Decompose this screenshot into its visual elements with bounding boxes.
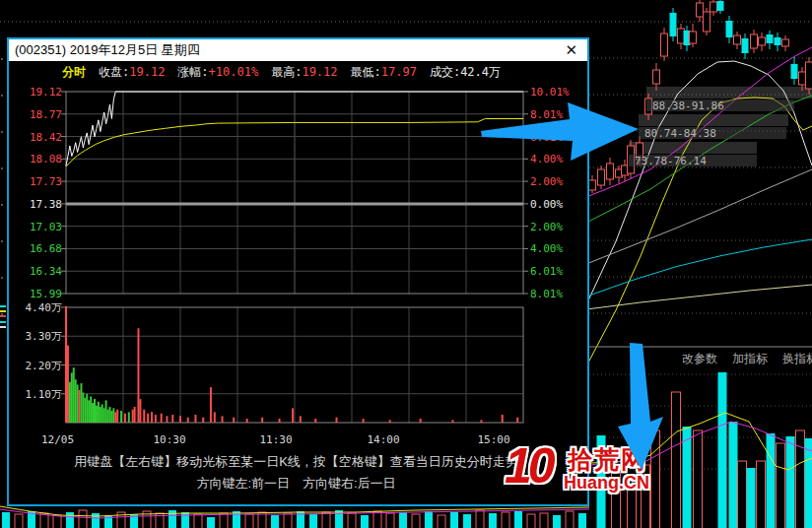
strip-volume-bar — [53, 515, 61, 528]
popup-body: 分时 收盘:19.12涨幅:+10.01%最高:19.12最低:17.97成交:… — [9, 61, 583, 500]
bg-volume-bar — [796, 430, 805, 528]
bg-volume-bar — [757, 461, 766, 528]
strip-volume-bar — [553, 515, 561, 528]
vol-axis-label: 2.20万 — [26, 360, 63, 372]
strip-volume-bar — [514, 511, 522, 528]
price-axis-label: 16.34 — [30, 265, 62, 278]
bg-volume-bar — [694, 430, 703, 528]
left-edge-mark — [0, 326, 6, 328]
candle-body — [751, 34, 758, 48]
price-axis-label: 17.38 — [30, 198, 62, 211]
price-axis-label: 17.03 — [30, 221, 62, 233]
candle-body — [678, 29, 685, 43]
close-icon[interactable]: ✕ — [565, 39, 577, 61]
vol-axis-label: 1.10万 — [26, 388, 63, 401]
strip-volume-bar — [348, 513, 356, 528]
toolbar-item[interactable]: 加指标 — [732, 351, 768, 367]
ma-line — [586, 285, 812, 309]
candle-body — [799, 72, 806, 85]
gap-zone-label: 73.78-76.14 — [635, 155, 707, 167]
strip-volume-bar — [194, 514, 202, 528]
strip-volume-bar — [169, 510, 176, 528]
candle-body — [653, 70, 660, 84]
bg-volume-bar — [777, 443, 785, 528]
price-axis-label: 17.73 — [30, 175, 62, 188]
left-edge-mark — [0, 321, 6, 323]
strip-volume-bar — [463, 514, 471, 528]
left-edge-dot — [1, 167, 3, 169]
strip-volume-bar — [79, 510, 87, 528]
mode-label: 分时 — [62, 64, 86, 81]
bg-volume-bar — [651, 430, 660, 528]
toolbar-item[interactable]: 换指标 — [782, 351, 812, 367]
candle-body — [704, 12, 710, 32]
strip-volume-bar — [527, 514, 535, 528]
candle-body — [607, 164, 614, 179]
strip-ma-line — [0, 509, 589, 518]
toolbar-item[interactable]: 改参数 — [682, 351, 717, 367]
watermark-site-name: 拾荒网 — [568, 443, 647, 476]
left-edge-mark — [0, 310, 6, 312]
left-edge-mark — [0, 305, 6, 307]
indicator-toolbar: 改参数加指标换指标 — [682, 351, 812, 367]
pct-axis-label: 8.01% — [530, 108, 563, 121]
quote-item: 最高:19.12 — [271, 65, 337, 79]
candle-body — [598, 169, 605, 185]
candle-body — [791, 64, 798, 79]
watermark-domain: Huang.CN — [564, 473, 649, 494]
time-axis-label: 10:30 — [153, 433, 185, 446]
intraday-chart[interactable]: 19.1210.01%18.778.01%18.426.01%18.084.00… — [9, 61, 583, 500]
candle-body — [697, 3, 704, 17]
candle-body — [782, 39, 789, 46]
price-axis-label: 18.77 — [30, 108, 62, 121]
pct-axis-label: 4.00% — [530, 242, 563, 255]
strip-volume-bar — [322, 512, 330, 528]
help-line-1: 用键盘【左右键】移动光标至某一日K线，按【空格键】查看当日历史分时走势 — [9, 451, 583, 473]
bg-volume-bar — [672, 392, 681, 528]
gap-zone-band — [646, 87, 812, 99]
popup-title: (002351) 2019年12月5日 星期四 — [15, 42, 200, 57]
candle-body — [759, 37, 766, 45]
candle-body — [690, 32, 697, 43]
bg-volume-bar — [747, 468, 756, 528]
bg-volume-bar — [738, 461, 747, 528]
bg-volume-bar — [767, 433, 776, 528]
bg-volume-bar — [718, 372, 727, 528]
strip-volume-bar — [450, 512, 458, 528]
strip-volume-bar — [92, 513, 100, 528]
pct-axis-label: 10.01% — [530, 86, 570, 99]
strip-volume-bar — [245, 514, 253, 528]
candle-body — [734, 35, 741, 44]
gap-zone-label: 88.38-91.86 — [652, 99, 724, 112]
strip-volume-bar — [361, 515, 369, 528]
strip-volume-bar — [425, 511, 433, 528]
candle-body — [726, 21, 733, 37]
left-edge-dot — [1, 277, 3, 279]
quote-item: 涨幅:+10.01% — [177, 65, 258, 79]
strip-volume-bar — [566, 511, 574, 528]
left-edge-dot — [1, 95, 3, 97]
help-text: 用键盘【左右键】移动光标至某一日K线，按【空格键】查看当日历史分时走势 方向键左… — [9, 451, 583, 495]
candle-body — [806, 62, 812, 89]
quote-items: 收盘:19.12涨幅:+10.01%最高:19.12最低:17.97成交:42.… — [99, 64, 513, 81]
quote-item: 成交:42.4万 — [430, 65, 501, 79]
strip-volume-bar — [335, 510, 343, 528]
quote-item: 最低:17.97 — [351, 65, 417, 79]
bg-volume-bar — [729, 422, 738, 528]
strip-volume-bar — [220, 513, 228, 528]
left-edge-dot — [1, 204, 3, 206]
strip-volume-bar — [438, 515, 445, 528]
left-edge-dot — [1, 240, 3, 242]
candle-body — [775, 37, 781, 45]
popup-titlebar[interactable]: (002351) 2019年12月5日 星期四 ✕ — [9, 39, 587, 61]
candle-body — [710, 2, 717, 12]
strip-volume-bar — [309, 514, 317, 528]
time-axis-label: 11:30 — [259, 433, 292, 446]
time-axis-label: 14:00 — [367, 433, 399, 446]
strip-volume-bar — [207, 517, 215, 528]
bg-volume-bar — [805, 438, 812, 528]
quote-bar: 分时 收盘:19.12涨幅:+10.01%最高:19.12最低:17.97成交:… — [62, 64, 513, 81]
vol-axis-label: 4.40万 — [26, 301, 63, 314]
left-edge-dot — [1, 58, 3, 60]
candle-body — [717, 1, 724, 11]
